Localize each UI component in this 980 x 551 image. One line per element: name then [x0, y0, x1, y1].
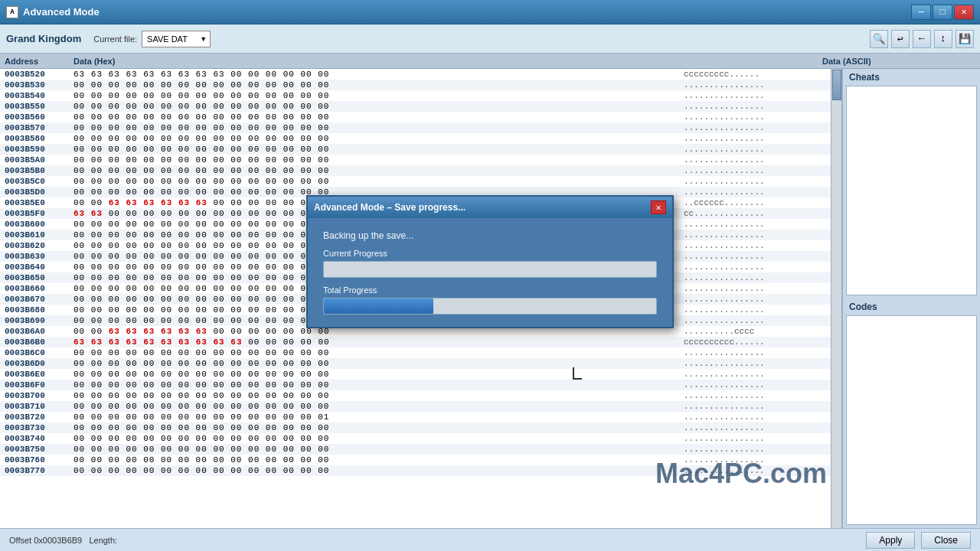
maximize-button[interactable]: □ — [933, 5, 952, 20]
apply-button[interactable]: Apply — [866, 532, 915, 549]
back-toolbar-button[interactable]: ← — [913, 30, 931, 48]
table-row[interactable]: 0003B58000 00 00 00 00 00 00 00 00 00 00… — [0, 133, 841, 144]
row-ascii-data: ................ — [684, 220, 837, 229]
modal-status-text: Backing up the save... — [323, 230, 657, 241]
row-hex-data: 00 00 00 00 00 00 00 00 00 00 00 00 00 0… — [74, 145, 684, 154]
row-hex-data: 63 63 63 63 63 63 63 63 63 00 00 00 00 0… — [74, 70, 684, 79]
table-row[interactable]: 0003B70000 00 00 00 00 00 00 00 00 00 00… — [0, 390, 841, 401]
table-row[interactable]: 0003B59000 00 00 00 00 00 00 00 00 00 00… — [0, 144, 841, 155]
row-ascii-data: ccccccccc...... — [684, 70, 837, 79]
row-ascii-data: ................ — [684, 359, 837, 368]
table-row[interactable]: 0003B73000 00 00 00 00 00 00 00 00 00 00… — [0, 422, 841, 433]
table-row[interactable]: 0003B76000 00 00 00 00 00 00 00 00 00 00… — [0, 455, 841, 465]
row-ascii-data: ................ — [684, 187, 837, 197]
window-title: Advanced Mode — [23, 6, 100, 18]
modal-close-button[interactable]: ✕ — [651, 201, 666, 214]
hex-column-header: Data (Hex) — [74, 57, 822, 66]
table-row[interactable]: 0003B57000 00 00 00 00 00 00 00 00 00 00… — [0, 122, 841, 133]
undo-toolbar-button[interactable]: ↩ — [891, 30, 910, 48]
table-row[interactable]: 0003B53000 00 00 00 00 00 00 00 00 00 00… — [0, 80, 841, 90]
row-address: 0003B590 — [5, 145, 74, 154]
table-row[interactable]: 0003B5B000 00 00 00 00 00 00 00 00 00 00… — [0, 165, 841, 176]
table-row[interactable]: 0003B71000 00 00 00 00 00 00 00 00 00 00… — [0, 401, 841, 412]
table-row[interactable]: 0003B54000 00 00 00 00 00 00 00 00 00 00… — [0, 90, 841, 101]
row-hex-data: 00 00 00 00 00 00 00 00 00 00 00 00 00 0… — [74, 412, 684, 422]
row-ascii-data: ................ — [684, 177, 837, 186]
total-progress-bar — [323, 298, 657, 315]
minimize-button[interactable]: — — [911, 5, 931, 20]
search-toolbar-button[interactable]: 🔍 — [870, 30, 888, 48]
row-address: 0003B5D0 — [5, 187, 74, 197]
save-toolbar-button[interactable]: 💾 — [956, 30, 974, 48]
ascii-column-header: Data (ASCII) — [822, 57, 975, 66]
row-ascii-data: ................ — [684, 412, 837, 422]
codes-section: Codes — [843, 298, 980, 528]
row-address: 0003B6F0 — [5, 380, 74, 390]
close-button[interactable]: Close — [921, 532, 971, 549]
title-bar-left: A Advanced Mode — [6, 6, 100, 18]
table-row[interactable]: 0003B56000 00 00 00 00 00 00 00 00 00 00… — [0, 112, 841, 122]
row-ascii-data: ................ — [684, 402, 837, 411]
row-address: 0003B700 — [5, 391, 74, 400]
codes-content — [846, 315, 977, 525]
row-address: 0003B600 — [5, 220, 74, 229]
row-hex-data: 00 00 00 00 00 00 00 00 00 00 00 00 00 0… — [74, 359, 684, 368]
hex-scrollbar[interactable] — [831, 69, 841, 528]
file-dropdown[interactable]: SAVE DAT ▼ — [142, 31, 211, 47]
row-hex-data: 00 00 00 00 00 00 00 00 00 00 00 00 00 0… — [74, 91, 684, 100]
row-hex-data: 00 00 00 00 00 00 00 00 00 00 00 00 00 0… — [74, 380, 684, 390]
row-address: 0003B640 — [5, 262, 74, 272]
sort-toolbar-button[interactable]: ↕ — [934, 30, 952, 48]
row-address: 0003B6E0 — [5, 370, 74, 379]
row-ascii-data: ................ — [684, 123, 837, 132]
row-ascii-data: ................ — [684, 434, 837, 443]
row-hex-data: 00 00 00 00 00 00 00 00 00 00 00 00 00 0… — [74, 80, 684, 90]
row-hex-data: 00 00 00 00 00 00 00 00 00 00 00 00 00 0… — [74, 370, 684, 379]
row-address: 0003B6A0 — [5, 327, 74, 336]
row-hex-data: 00 00 00 00 00 00 00 00 00 00 00 00 00 0… — [74, 402, 684, 411]
row-ascii-data: ................ — [684, 155, 837, 165]
table-row[interactable]: 0003B74000 00 00 00 00 00 00 00 00 00 00… — [0, 433, 841, 444]
table-row[interactable]: 0003B6D000 00 00 00 00 00 00 00 00 00 00… — [0, 358, 841, 369]
row-address: 0003B760 — [5, 455, 74, 465]
status-bar: Offset 0x0003B6B9 Length: Apply Close — [0, 528, 980, 551]
row-ascii-data: ................ — [684, 316, 837, 325]
offset-label: Offset — [9, 536, 31, 545]
row-address: 0003B5A0 — [5, 155, 74, 165]
table-row[interactable]: 0003B75000 00 00 00 00 00 00 00 00 00 00… — [0, 444, 841, 455]
row-address: 0003B520 — [5, 70, 74, 79]
scrollbar-thumb[interactable] — [832, 70, 841, 100]
row-hex-data: 00 00 00 00 00 00 00 00 00 00 00 00 00 0… — [74, 177, 684, 186]
row-ascii-data: ................ — [684, 445, 837, 454]
row-ascii-data: ................ — [684, 134, 837, 143]
toolbar: Grand Kingdom Current file: SAVE DAT ▼ 🔍… — [0, 24, 980, 54]
row-address: 0003B570 — [5, 123, 74, 132]
row-ascii-data: ................ — [684, 262, 837, 272]
row-hex-data: 00 00 00 00 00 00 00 00 00 00 00 00 00 0… — [74, 466, 684, 475]
table-row[interactable]: 0003B55000 00 00 00 00 00 00 00 00 00 00… — [0, 101, 841, 112]
table-row[interactable]: 0003B6B063 63 63 63 63 63 63 63 63 63 00… — [0, 337, 841, 347]
table-row[interactable]: 0003B6C000 00 00 00 00 00 00 00 00 00 00… — [0, 347, 841, 358]
table-row[interactable]: 0003B5A000 00 00 00 00 00 00 00 00 00 00… — [0, 155, 841, 165]
row-address: 0003B540 — [5, 91, 74, 100]
table-row[interactable]: 0003B72000 00 00 00 00 00 00 00 00 00 00… — [0, 412, 841, 422]
save-progress-dialog[interactable]: Advanced Mode – Save progress... ✕ Backi… — [306, 195, 674, 328]
row-address: 0003B5B0 — [5, 166, 74, 175]
row-ascii-data: ................ — [684, 391, 837, 400]
table-row[interactable]: 0003B5C000 00 00 00 00 00 00 00 00 00 00… — [0, 176, 841, 187]
window-close-button[interactable]: ✕ — [954, 5, 974, 20]
row-ascii-data: cc.............. — [684, 209, 837, 218]
row-address: 0003B770 — [5, 466, 74, 475]
total-progress-label: Total Progress — [323, 285, 657, 295]
table-row[interactable]: 0003B77000 00 00 00 00 00 00 00 00 00 00… — [0, 465, 841, 476]
table-row[interactable]: 0003B6F000 00 00 00 00 00 00 00 00 00 00… — [0, 380, 841, 390]
row-ascii-data: ................ — [684, 91, 837, 100]
row-ascii-data: ................ — [684, 166, 837, 175]
row-hex-data: 00 00 00 00 00 00 00 00 00 00 00 00 00 0… — [74, 166, 684, 175]
row-hex-data: 00 00 00 00 00 00 00 00 00 00 00 00 00 0… — [74, 112, 684, 122]
row-hex-data: 00 00 00 00 00 00 00 00 00 00 00 00 00 0… — [74, 455, 684, 465]
row-address: 0003B650 — [5, 273, 74, 282]
table-row[interactable]: 0003B6E000 00 00 00 00 00 00 00 00 00 00… — [0, 369, 841, 380]
table-row[interactable]: 0003B52063 63 63 63 63 63 63 63 63 00 00… — [0, 69, 841, 80]
row-address: 0003B6C0 — [5, 348, 74, 357]
